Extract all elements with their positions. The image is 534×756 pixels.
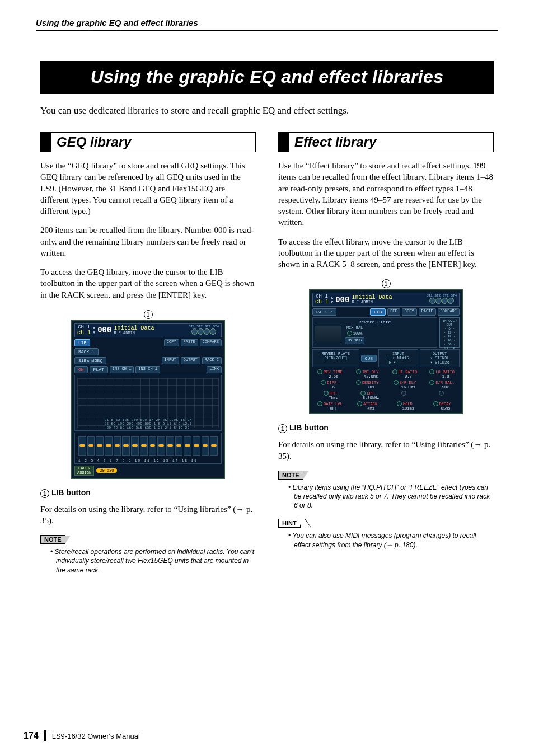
geq-note: NOTE • Store/recall operations are perfo… [40,534,256,575]
effect-param: REV TIME2.6s [312,369,348,379]
effect-heading: Effect library [279,133,493,152]
compare-button[interactable]: COMPARE [200,339,222,346]
effect-param: GATE LVLOFF [312,401,348,411]
left-column: GEQ library Use the “GEQ library” to sto… [40,132,256,578]
compare-button-2[interactable]: COMPARE [438,308,460,316]
effect-param: LO.RATIO1.0 [424,369,460,379]
freq-labels: 31.5 63 125 250 500 1K 2K 4K 8.0K 16.0K … [78,418,218,430]
geq-caption-text: LIB button [51,488,91,497]
effect-param: HPFThru [312,391,348,400]
manual-title: LS9-16/32 Owner's Manual [52,732,140,740]
flat-button[interactable]: FLAT [90,366,108,373]
ss2-ch-b: ch 1 [315,299,329,305]
effect-paragraph-2: To access the effect library, move the c… [278,236,494,270]
paste-button[interactable]: PASTE [181,339,198,346]
effect-figure: 1 CH 1 ch 1 ▲▼ 000 Initial Data [278,278,494,414]
effect-caption-text: LIB button [289,423,329,432]
meter: IN OVER OUT - 6 - - 12 - - 18 - - 30 - -… [439,317,460,348]
footer-divider-icon [44,730,46,741]
fader-range[interactable]: 20-630 [96,468,117,473]
lib-toolbutton-2[interactable]: LIB [370,308,386,316]
note-label-2: NOTE [278,471,303,480]
ss-admin: ADMIN [123,331,135,335]
input-label: INPUT [162,357,179,364]
def-button[interactable]: DEF [387,308,400,316]
rack-label: RACK 1 [74,348,99,355]
geq-paragraph-3: To access the GEQ library, move the curs… [40,266,256,300]
effect-heading-box: Effect library [278,132,494,152]
effect-param: E/R BAL.50% [424,380,460,389]
paste-button-2[interactable]: PASTE [419,308,436,316]
effect-note: NOTE • Library items using the “HQ.PITCH… [278,469,494,510]
effect-param: ATTACK4ms [350,401,385,411]
geq-type: 31BandGEQ [74,357,106,364]
effect-param: LPF5.30kHz [350,391,385,400]
effect-param: DIFF.6 [312,380,348,389]
note-label: NOTE [40,535,65,544]
effect-param: E/R DLY16.0ms [387,380,423,389]
cue-button[interactable]: CUE [361,355,377,362]
page-footer: 174 LS9-16/32 Owner's Manual [24,730,140,741]
fader-assign: FADER ASSIGN [74,466,94,476]
geq-note-bullet: • Store/recall operations are performed … [50,547,256,575]
caption-marker-1: 1 [40,489,49,498]
ins1[interactable]: INS CH 1 [110,366,134,373]
on-button[interactable]: ON [74,366,88,373]
effect-param: DECAY85ms [424,401,460,411]
ss-num: 000 [97,326,111,335]
effect-hint: HINT • You can also use MIDI messages (p… [278,518,494,549]
ins2[interactable]: INS CH 1 [135,366,160,373]
effect-details: For details on using the library, refer … [278,439,494,462]
geq-heading-box: GEQ library [40,132,256,152]
effect-hint-bullet: • You can also use MIDI messages (progra… [288,531,494,549]
lib-toolbutton[interactable]: LIB [74,339,90,346]
geq-details: For details on using the library, refer … [40,504,256,527]
effect-param: HI.RATIO0.3 [387,369,423,379]
effect-param: DENSITY70% [350,380,385,389]
link-button[interactable]: LINK [207,366,222,373]
geq-paragraph-2: 200 items can be recalled from the libra… [40,224,256,259]
rack7-label: RACK 7 [312,308,336,316]
effect-param: INI.DLY42.0ms [350,369,385,379]
caption-marker-1b: 1 [278,424,287,433]
effect-param [424,391,460,400]
ss-ch-b: ch 1 [77,330,91,336]
hint-label: HINT [278,519,301,528]
copy-button[interactable]: COPY [164,339,179,346]
geq-paragraph-1: Use the “GEQ library” to store and recal… [40,160,256,217]
page-number: 174 [24,731,39,741]
effect-param: HOLD181ms [387,401,423,411]
callout-1-icon-b: 1 [382,279,391,288]
running-head: Using the graphic EQ and effect librarie… [36,18,498,27]
header-rule [36,30,498,31]
callout-1-icon: 1 [144,310,153,319]
section-banner: Using the graphic EQ and effect librarie… [40,61,494,94]
output-label: OUTPUT [181,357,200,364]
ss-re: R E [114,331,121,335]
intro-paragraph: You can use dedicated libraries to store… [40,105,494,116]
rack2-label: RACK 2 [202,357,222,364]
effect-param [387,391,423,400]
geq-heading: GEQ library [41,133,255,152]
slider-nums: 1 2 3 4 5 6 7 8 9 10 11 12 13 14 15 16 [78,459,198,463]
copy-button-2[interactable]: COPY [402,308,417,316]
effect-paragraph-1: Use the “Effect library” to store and re… [278,160,494,228]
effect-title: Reverb Plate [315,320,435,325]
bypass-button[interactable]: BYPASS [345,337,364,344]
effect-note-bullet: • Library items using the “HQ.PITCH” or … [288,483,494,510]
effect-caption: 1 LIB button [278,423,494,433]
geq-figure: 1 CH 1 ch 1 ▲▼ 000 Initial Data [40,308,256,479]
right-column: Effect library Use the “Effect library” … [278,132,494,578]
geq-caption: 1 LIB button [40,488,256,498]
ss2-num: 000 [335,295,349,304]
